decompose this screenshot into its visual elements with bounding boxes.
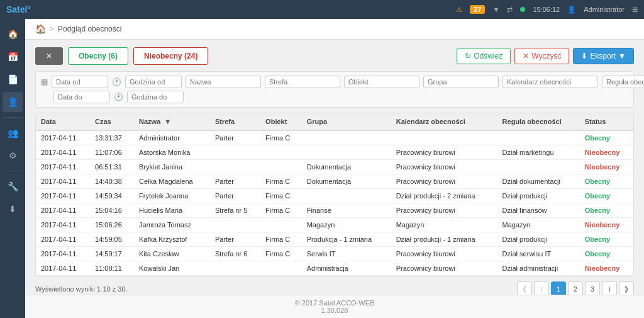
sidebar-item-users[interactable]: 👥 (3, 123, 23, 143)
cell-regula: Dział dokumentacji (497, 174, 580, 189)
cell-czas: 14:59:17 (90, 247, 134, 261)
alert-badge: 27 (470, 5, 485, 14)
cell-grupa: Serwis IT (302, 247, 391, 261)
time-display: 15:06:12 (533, 6, 560, 13)
footer-line1: © 2017 Satel ACCO-WEB (29, 299, 640, 307)
filter-obiekt[interactable] (344, 76, 419, 88)
cell-kalendarz: Pracownicy biurowi (391, 174, 497, 189)
footer-line2: 1.30.028 (29, 307, 640, 314)
pagination: ⟪ ⟨ 1 2 3 ⟩ ⟫ (517, 281, 634, 295)
pagination-bar: Wyświetlono wyniki 1-10 z 30. ⟪ ⟨ 1 2 3 … (35, 276, 634, 295)
export-button[interactable]: ⬇ Eksport ▼ (573, 48, 634, 64)
col-nazwa[interactable]: Nazwa ▼ (134, 113, 210, 130)
topbar: Satel° ⚠ 27 ▼ ⇄ 15:06:12 👤 Administrator… (0, 0, 644, 19)
tab-obecny[interactable]: Obecny (6) (68, 47, 128, 65)
cell-grupa: Administracja (302, 261, 391, 276)
cell-status: Obecny (580, 189, 633, 203)
cell-czas: 14:59:05 (90, 232, 134, 247)
cell-grupa: Finanse (302, 203, 391, 218)
sidebar-divider-2 (3, 171, 23, 171)
clear-label: Wyczyść (531, 52, 561, 60)
cell-czas: 11:08:11 (90, 261, 134, 276)
cell-nazwa: Kita Czesław (134, 247, 210, 261)
sidebar-item-tools[interactable]: 🔧 (3, 176, 23, 196)
cell-regula: Dział produkcji (497, 189, 580, 203)
sidebar-item-download[interactable]: ⬇ (3, 199, 23, 219)
cell-nazwa: Cełka Magdalena (134, 174, 210, 189)
page-first-button[interactable]: ⟪ (517, 281, 532, 295)
clear-button[interactable]: ✕ Wyczyść (514, 48, 569, 64)
cell-grupa (302, 145, 391, 160)
table-row: 2017-04-11 14:40:38 Cełka Magdalena Part… (36, 174, 633, 189)
page-prev-button[interactable]: ⟨ (534, 281, 549, 295)
tab-bar: ✕ Obecny (6) Nieobecny (24) ↻ Odśwież ✕ … (35, 47, 634, 65)
filter-data-do[interactable] (53, 91, 110, 103)
page-1-button[interactable]: 1 (551, 281, 566, 295)
breadcrumb-separator: > (50, 25, 54, 33)
cell-kalendarz: Pracownicy biurowi (391, 261, 497, 276)
sidebar-item-document[interactable]: 📄 (3, 69, 23, 89)
table-row: 2017-04-11 11:07:06 Astorska Monika Prac… (36, 145, 633, 160)
cell-nazwa: Brykiet Janina (134, 160, 210, 174)
cell-nazwa: Frytelek Joanna (134, 189, 210, 203)
dropdown-icon[interactable]: ▼ (492, 6, 499, 13)
cell-obiekt (260, 145, 302, 160)
cell-regula: Dział finansów (497, 203, 580, 218)
cell-data: 2017-04-11 (36, 130, 90, 145)
sidebar-item-settings[interactable]: ⚙ (3, 145, 23, 166)
sidebar-item-home[interactable]: 🏠 (3, 24, 23, 44)
filter-strefa[interactable] (265, 76, 340, 88)
cell-regula: Dział administracji (497, 261, 580, 276)
cell-strefa: Parter (210, 130, 260, 145)
footer: © 2017 Satel ACCO-WEB 1.30.028 (25, 295, 644, 318)
tab-nieobecny[interactable]: Nieobecny (24) (133, 47, 208, 65)
page-next-button[interactable]: ⟩ (602, 281, 617, 295)
page-last-button[interactable]: ⟫ (619, 281, 634, 295)
cell-obiekt (260, 261, 302, 276)
filter-godzina-do[interactable] (127, 91, 184, 103)
cell-kalendarz: Dział produkcji - 2 zmiana (391, 189, 497, 203)
table-row: 2017-04-11 15:04:16 Hucielis Maria Stref… (36, 203, 633, 218)
page-3-button[interactable]: 3 (585, 281, 600, 295)
cell-obiekt (260, 160, 302, 174)
filter-area: ▦ 🕐 🕐 (35, 71, 634, 108)
refresh-button[interactable]: ↻ Odśwież (457, 48, 511, 64)
cell-status: Obecny (580, 247, 633, 261)
cell-obiekt: Firma C (260, 232, 302, 247)
page-2-button[interactable]: 2 (568, 281, 583, 295)
breadcrumb-current: Podgląd obecności (58, 25, 121, 33)
cell-regula (497, 130, 580, 145)
cell-status: Obecny (580, 174, 633, 189)
cell-kalendarz: Pracownicy biurowi (391, 160, 497, 174)
cell-strefa (210, 218, 260, 232)
filter-kalendarz[interactable] (502, 76, 598, 88)
cell-status: Nieobecny (580, 160, 633, 174)
clear-icon: ✕ (523, 52, 529, 60)
tab-obecny-label: Obecny (6) (79, 52, 118, 60)
user-icon: 👤 (567, 6, 576, 14)
status-dot (520, 7, 525, 12)
cell-strefa (210, 145, 260, 160)
cell-czas: 11:07:06 (90, 145, 134, 160)
cell-data: 2017-04-11 (36, 247, 90, 261)
filter-nazwa[interactable] (186, 76, 261, 88)
sidebar-item-user[interactable]: 👤 (3, 92, 23, 112)
table-row: 2017-04-11 06:51:31 Brykiet Janina Dokum… (36, 160, 633, 174)
tab-close[interactable]: ✕ (35, 47, 63, 65)
sidebar-divider-1 (3, 117, 23, 118)
cell-strefa (210, 160, 260, 174)
cell-kalendarz: Pracownicy biurowi (391, 203, 497, 218)
breadcrumb-home-icon[interactable]: 🏠 (35, 24, 46, 34)
filter-grupa[interactable] (423, 76, 499, 88)
sidebar-item-calendar[interactable]: 📅 (3, 47, 23, 67)
filter-regula[interactable] (602, 76, 644, 88)
cell-data: 2017-04-11 (36, 145, 90, 160)
filter-godzina-od[interactable] (125, 76, 182, 88)
cell-nazwa: Jamroza Tomasz (134, 218, 210, 232)
topbar-menu-button[interactable]: ⊞ (632, 6, 638, 14)
cell-status: Obecny (580, 232, 633, 247)
cell-strefa: Strefa nr 5 (210, 203, 260, 218)
cell-czas: 14:59:34 (90, 189, 134, 203)
cell-nazwa: Kowalski Jan (134, 261, 210, 276)
filter-data-od[interactable] (52, 76, 108, 88)
